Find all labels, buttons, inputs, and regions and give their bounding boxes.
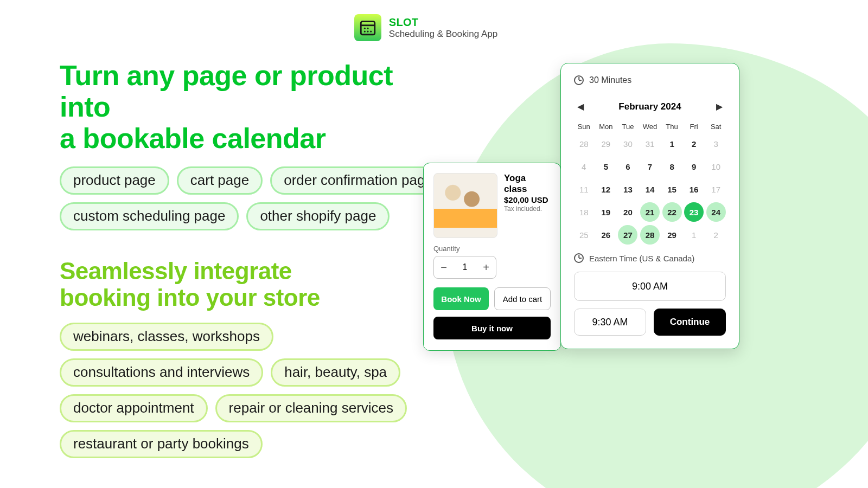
calendar-day: 1 xyxy=(684,225,704,245)
headline-1-line2: a bookable calendar xyxy=(60,123,326,154)
calendar-day: 29 xyxy=(596,134,616,153)
weekday-label: Sun xyxy=(574,123,594,131)
calendar-day[interactable]: 9 xyxy=(684,157,704,176)
calendar-day[interactable]: 28 xyxy=(640,225,660,245)
product-image xyxy=(433,173,497,238)
clock-icon xyxy=(574,75,584,85)
calendar-day: 31 xyxy=(640,134,660,153)
calendar-day[interactable]: 1 xyxy=(662,134,682,153)
month-label: February 2024 xyxy=(618,101,681,112)
product-tax: Tax included. xyxy=(504,205,551,213)
svg-point-6 xyxy=(370,31,372,33)
calendar-day[interactable]: 7 xyxy=(640,157,660,176)
weekday-label: Sat xyxy=(706,123,726,131)
usecase-pill: consultations and interviews xyxy=(60,358,263,387)
weekday-label: Fri xyxy=(684,123,704,131)
weekday-label: Tue xyxy=(618,123,638,131)
calendar-day[interactable]: 21 xyxy=(640,202,660,222)
calendar-day: 3 xyxy=(706,134,726,153)
calendar-day: 18 xyxy=(574,202,593,222)
calendar-grid: SunMonTueWedThuFriSat2829303112345678910… xyxy=(574,123,726,245)
product-title: Yoga class xyxy=(504,173,551,195)
calendar-day: 25 xyxy=(574,225,593,245)
svg-point-3 xyxy=(367,28,368,29)
calendar-day: 17 xyxy=(706,179,726,199)
marketing-copy: Turn any page or product into a bookable… xyxy=(60,60,450,458)
add-to-cart-button[interactable]: Add to cart xyxy=(494,287,551,310)
app-logo xyxy=(354,14,381,41)
usecase-pill: doctor appointment xyxy=(60,394,208,422)
timezone-label: Eastern Time (US & Canada) xyxy=(589,254,694,263)
quantity-stepper[interactable]: − 1 + xyxy=(433,256,496,279)
headline-2-line2: booking into your store xyxy=(60,284,320,311)
clock-icon xyxy=(574,253,584,263)
page-pill: custom scheduling page xyxy=(60,202,239,230)
calendar-day[interactable]: 20 xyxy=(618,202,637,222)
calendar-day[interactable]: 13 xyxy=(618,179,637,199)
next-month-button[interactable]: ▶ xyxy=(713,99,726,114)
calendar-day[interactable]: 27 xyxy=(618,225,637,245)
calendar-day[interactable]: 15 xyxy=(662,179,682,199)
calendar-day: 2 xyxy=(706,225,726,245)
calendar-card: 30 Minutes ◀ February 2024 ▶ SunMonTueWe… xyxy=(560,63,739,349)
pill-group-pages: product pagecart pageorder confirmation … xyxy=(60,166,450,230)
qty-minus-button[interactable]: − xyxy=(434,261,454,274)
usecase-pill: restaurant or party bookings xyxy=(60,430,263,458)
prev-month-button[interactable]: ◀ xyxy=(574,99,587,114)
calendar-day[interactable]: 14 xyxy=(640,179,660,199)
calendar-day[interactable]: 23 xyxy=(684,202,704,222)
calendar-day[interactable]: 24 xyxy=(706,202,726,222)
app-tagline: Scheduling & Booking App xyxy=(389,29,497,40)
buy-it-now-button[interactable]: Buy it now xyxy=(433,317,551,339)
weekday-label: Thu xyxy=(662,123,682,131)
weekday-label: Wed xyxy=(640,123,660,131)
calendar-day[interactable]: 6 xyxy=(618,157,637,176)
page-pill: order confirmation page xyxy=(270,166,446,195)
calendar-day: 4 xyxy=(574,157,593,176)
calendar-day[interactable]: 8 xyxy=(662,157,682,176)
usecase-pill: repair or cleaning services xyxy=(215,394,407,422)
headline-1: Turn any page or product into a bookable… xyxy=(60,60,450,155)
qty-plus-button[interactable]: + xyxy=(476,261,496,274)
qty-value: 1 xyxy=(463,262,468,272)
headline-2: Seamlessly integrate booking into your s… xyxy=(60,258,450,311)
timeslot-1-button[interactable]: 9:00 AM xyxy=(574,272,726,301)
svg-point-4 xyxy=(364,31,366,33)
svg-point-5 xyxy=(367,31,368,33)
headline-1-line1: Turn any page or product into xyxy=(60,60,393,123)
svg-point-2 xyxy=(364,28,366,29)
calendar-day[interactable]: 29 xyxy=(662,225,682,245)
app-header: SLOT Scheduling & Booking App xyxy=(0,0,868,41)
calendar-icon xyxy=(359,18,377,37)
calendar-day[interactable]: 19 xyxy=(596,202,616,222)
calendar-day[interactable]: 16 xyxy=(684,179,704,199)
calendar-day[interactable]: 12 xyxy=(596,179,616,199)
calendar-day: 11 xyxy=(574,179,593,199)
duration-label: 30 Minutes xyxy=(589,75,631,85)
usecase-pill: webinars, classes, workshops xyxy=(60,323,273,351)
app-name: SLOT xyxy=(389,16,497,29)
calendar-day: 28 xyxy=(574,134,593,153)
page-pill: other shopify page xyxy=(246,202,390,230)
usecase-pill: hair, beauty, spa xyxy=(271,358,400,387)
pill-group-usecases: webinars, classes, workshopsconsultation… xyxy=(60,323,450,458)
timeslot-2-button[interactable]: 9:30 AM xyxy=(574,309,646,336)
product-card: Yoga class $20,00 USD Tax included. Quan… xyxy=(423,163,561,351)
calendar-day[interactable]: 2 xyxy=(684,134,704,153)
calendar-day[interactable]: 26 xyxy=(596,225,616,245)
calendar-day[interactable]: 5 xyxy=(596,157,616,176)
app-title-block: SLOT Scheduling & Booking App xyxy=(389,16,497,40)
book-now-button[interactable]: Book Now xyxy=(433,287,489,310)
continue-button[interactable]: Continue xyxy=(654,309,726,336)
page-pill: product page xyxy=(60,166,169,195)
quantity-label: Quantity xyxy=(433,245,551,253)
weekday-label: Mon xyxy=(596,123,616,131)
headline-2-line1: Seamlessly integrate xyxy=(60,258,292,284)
calendar-day: 30 xyxy=(618,134,637,153)
product-price: $20,00 USD xyxy=(504,195,551,204)
page-pill: cart page xyxy=(177,166,263,195)
calendar-day[interactable]: 22 xyxy=(662,202,682,222)
calendar-day: 10 xyxy=(706,157,726,176)
